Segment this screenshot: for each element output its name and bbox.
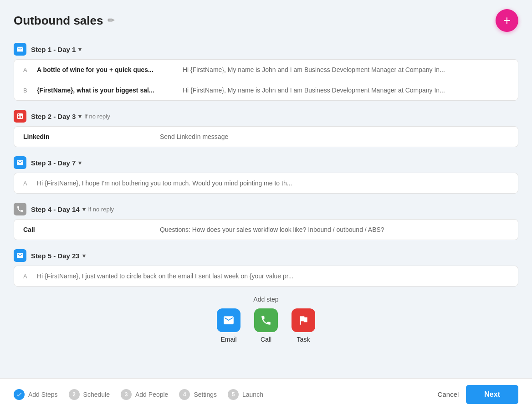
step-header: Step 2 - Day 3 ▾ if no reply: [14, 110, 518, 123]
nav-step-launch-num: 5: [228, 389, 239, 400]
step-icon-email: [14, 43, 26, 56]
completed-check: [14, 389, 25, 400]
row-variant: A: [23, 273, 32, 280]
cancel-button[interactable]: Cancel: [438, 390, 459, 398]
step-row[interactable]: Call Questions: How does your sales work…: [14, 220, 518, 240]
row-variant: B: [23, 87, 32, 94]
nav-step-settings-label: Settings: [194, 391, 217, 398]
step-section-step3: Step 3 - Day 7 ▾ A Hi {FirstName}, I hop…: [14, 156, 518, 194]
edit-icon[interactable]: ✏: [107, 15, 114, 26]
nav-step-add-people[interactable]: 3 Add People: [121, 389, 168, 400]
add-task-button[interactable]: Task: [292, 308, 315, 343]
row-desc: Questions: How does your sales workflow …: [160, 226, 384, 233]
step-header: Step 5 - Day 23 ▾: [14, 249, 518, 262]
row-preview: Hi {FirstName}, I just wanted to circle …: [37, 272, 509, 280]
row-preview: Hi {FirstName}, My name is John and I am…: [183, 66, 509, 73]
step-row[interactable]: LinkedIn Send LinkedIn message: [14, 127, 518, 147]
task-btn-label: Task: [297, 336, 310, 343]
add-step-section: Add step Email Call Task: [14, 296, 518, 343]
call-icon-bg: [254, 308, 278, 332]
step-section-step2: Step 2 - Day 3 ▾ if no reply LinkedIn Se…: [14, 110, 518, 147]
row-subject: A bottle of wine for you + quick ques...: [37, 66, 174, 73]
step-section-step4: Step 4 - Day 14 ▾ if no reply Call Quest…: [14, 203, 518, 240]
row-type: LinkedIn: [23, 133, 160, 140]
nav-step-schedule-label: Schedule: [83, 391, 110, 398]
next-button[interactable]: Next: [466, 385, 518, 404]
step-header: Step 3 - Day 7 ▾: [14, 156, 518, 169]
row-variant: A: [23, 180, 32, 187]
nav-steps: Add Steps 2 Schedule 3 Add People 4 Sett…: [14, 389, 438, 400]
row-variant: A: [23, 67, 32, 73]
step-label-text: Step 3 - Day 7: [31, 159, 76, 167]
step-card: A Hi {FirstName}, I just wanted to circl…: [14, 266, 518, 287]
step-row[interactable]: A Hi {FirstName}, I just wanted to circl…: [14, 266, 518, 286]
nav-step-launch[interactable]: 5 Launch: [228, 389, 263, 400]
nav-step-settings-num: 4: [179, 389, 190, 400]
steps-container: Step 1 - Day 1 ▾ A A bottle of wine for …: [14, 43, 518, 287]
nav-step-add-people-label: Add People: [135, 391, 168, 398]
chevron-down-icon: ▾: [78, 113, 82, 120]
step-icon-email: [14, 249, 26, 262]
step-icon-call: [14, 203, 26, 215]
email-icon-bg: [217, 308, 240, 332]
step-label[interactable]: Step 2 - Day 3 ▾ if no reply: [31, 113, 110, 120]
step-label-text: Step 1 - Day 1: [31, 46, 76, 53]
chevron-down-icon: ▾: [78, 46, 82, 53]
step-label-text: Step 2 - Day 3: [31, 113, 76, 120]
row-preview: Hi {FirstName}, I hope I'm not bothering…: [37, 179, 509, 187]
chevron-down-icon: ▾: [82, 206, 86, 213]
add-step-label: Add step: [14, 296, 518, 303]
step-condition: if no reply: [88, 206, 114, 213]
step-card: Call Questions: How does your sales work…: [14, 219, 518, 240]
step-label[interactable]: Step 3 - Day 7 ▾: [31, 159, 82, 167]
step-label-text: Step 4 - Day 14: [31, 205, 80, 213]
nav-step-add-steps-label: Add Steps: [28, 391, 58, 398]
nav-step-settings[interactable]: 4 Settings: [179, 389, 217, 400]
call-icon: [260, 314, 272, 326]
nav-step-launch-label: Launch: [242, 391, 263, 398]
step-icon-email: [14, 156, 26, 169]
page-header: Outbound sales ✏ +: [14, 9, 518, 32]
main-content: Outbound sales ✏ + Step 1 - Day 1 ▾ A A …: [0, 0, 532, 378]
nav-step-schedule[interactable]: 2 Schedule: [69, 389, 110, 400]
step-row[interactable]: A A bottle of wine for you + quick ques.…: [14, 60, 518, 80]
step-section-step1: Step 1 - Day 1 ▾ A A bottle of wine for …: [14, 43, 518, 101]
add-call-button[interactable]: Call: [254, 308, 278, 343]
add-step-buttons: Email Call Task: [14, 308, 518, 343]
add-email-button[interactable]: Email: [217, 308, 240, 343]
task-icon-bg: [292, 308, 315, 332]
title-text: Outbound sales: [14, 14, 103, 28]
nav-step-add-steps[interactable]: Add Steps: [14, 389, 58, 400]
step-card: LinkedIn Send LinkedIn message: [14, 126, 518, 147]
step-section-step5: Step 5 - Day 23 ▾ A Hi {FirstName}, I ju…: [14, 249, 518, 287]
email-btn-label: Email: [220, 336, 236, 343]
row-subject: {FirstName}, what is your biggest sal...: [37, 87, 174, 94]
step-icon-linkedin: [14, 110, 26, 123]
nav-actions: Cancel Next: [438, 385, 518, 404]
step-row[interactable]: A Hi {FirstName}, I hope I'm not botheri…: [14, 173, 518, 193]
step-label-text: Step 5 - Day 23: [31, 252, 80, 260]
email-icon: [223, 314, 235, 326]
bottom-nav: Add Steps 2 Schedule 3 Add People 4 Sett…: [0, 378, 532, 410]
nav-step-add-people-num: 3: [121, 389, 132, 400]
step-card: A Hi {FirstName}, I hope I'm not botheri…: [14, 173, 518, 194]
step-label[interactable]: Step 5 - Day 23 ▾: [31, 252, 86, 260]
call-btn-label: Call: [261, 336, 271, 343]
row-preview: Hi {FirstName}, My name is John and I am…: [183, 87, 509, 94]
nav-step-schedule-num: 2: [69, 389, 80, 400]
step-label[interactable]: Step 1 - Day 1 ▾: [31, 46, 82, 53]
add-button[interactable]: +: [496, 9, 518, 32]
step-label[interactable]: Step 4 - Day 14 ▾ if no reply: [31, 205, 114, 213]
row-desc: Send LinkedIn message: [160, 133, 228, 140]
page-title: Outbound sales ✏: [14, 14, 114, 28]
step-header: Step 4 - Day 14 ▾ if no reply: [14, 203, 518, 215]
step-row[interactable]: B {FirstName}, what is your biggest sal.…: [14, 80, 518, 100]
step-card: A A bottle of wine for you + quick ques.…: [14, 59, 518, 101]
chevron-down-icon: ▾: [82, 252, 86, 259]
chevron-down-icon: ▾: [78, 159, 82, 166]
row-type: Call: [23, 226, 160, 233]
task-icon: [297, 314, 309, 326]
step-header: Step 1 - Day 1 ▾: [14, 43, 518, 56]
step-condition: if no reply: [84, 113, 110, 120]
